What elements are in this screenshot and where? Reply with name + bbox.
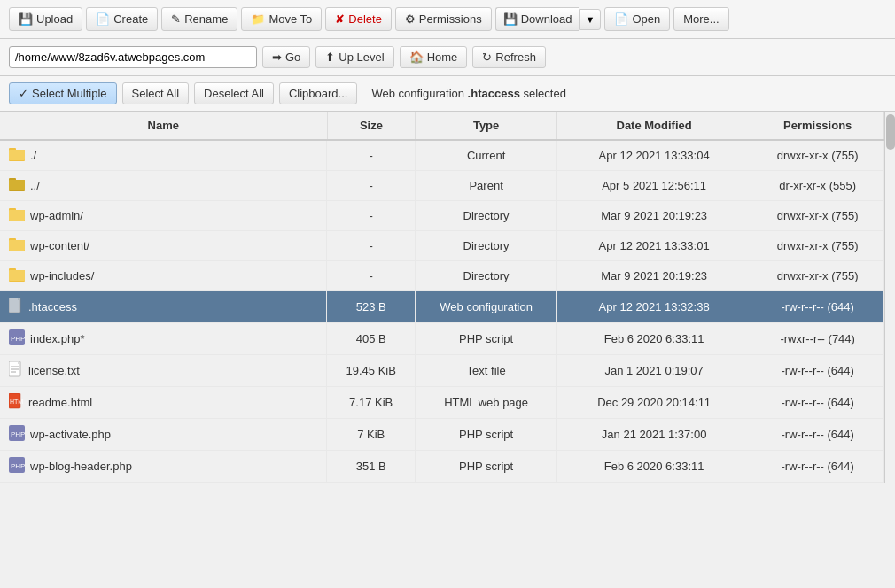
col-perms-header[interactable]: Permissions [751,112,884,140]
file-icon: HTM [9,393,23,412]
table-row[interactable]: PHP wp-blog-header.php 351 B PHP script … [0,451,884,483]
home-icon: 🏠 [409,50,424,64]
file-perms-cell: -rw-r--r-- (644) [751,451,884,483]
permissions-label: Permissions [419,12,482,26]
rename-button[interactable]: ✎ Rename [161,7,237,31]
file-type-cell: Directory [416,201,557,231]
file-perms-cell: -rw-r--r-- (644) [751,387,884,419]
file-icon [9,207,25,224]
delete-button[interactable]: ✘ Delete [325,7,392,31]
home-button[interactable]: 🏠 Home [400,46,468,68]
table-row[interactable]: ./ - Current Apr 12 2021 13:33:04 drwxr-… [0,140,884,171]
svg-text:PHP: PHP [11,462,25,470]
file-icon [9,237,25,254]
file-type-cell: Directory [416,231,557,261]
col-type-header[interactable]: Type [416,112,557,140]
file-table: Name Size Type Date Modified Permissions… [0,112,884,483]
file-date-cell: Dec 29 2020 20:14:11 [556,387,751,419]
path-input[interactable] [9,46,257,68]
file-name-cell[interactable]: wp-admin/ [0,201,327,230]
download-button[interactable]: 💾 Download [495,7,580,31]
file-type-cell: Text file [416,355,557,387]
file-name-cell[interactable]: HTM readme.html [0,387,327,418]
file-date-cell: Feb 6 2020 6:33:11 [556,451,751,483]
table-row[interactable]: .htaccess 523 B Web configuration Apr 12… [0,291,884,323]
file-table-scroll[interactable]: Name Size Type Date Modified Permissions… [0,112,884,483]
scrollbar-track[interactable] [884,112,895,483]
file-name-cell[interactable]: .htaccess [0,291,327,322]
file-name: ../ [30,179,40,192]
file-name-cell[interactable]: license.txt [0,355,327,386]
table-row[interactable]: HTM readme.html 7.17 KiB HTML web page D… [0,387,884,419]
file-name: index.php* [30,332,84,345]
select-all-button[interactable]: Select All [122,82,189,104]
file-name-cell[interactable]: PHP index.php* [0,323,327,354]
file-icon: PHP [9,329,25,348]
uplevel-button[interactable]: ⬆ Up Level [315,46,393,68]
more-button[interactable]: More... [673,7,728,31]
col-name-header[interactable]: Name [0,112,327,140]
scrollbar-thumb[interactable] [886,114,895,150]
file-name-cell[interactable]: wp-content/ [0,231,327,260]
go-button[interactable]: ➡ Go [262,46,310,68]
col-size-header[interactable]: Size [327,112,416,140]
download-label: Download [521,12,572,26]
file-name-cell[interactable]: ./ [0,141,327,170]
home-label: Home [427,50,458,64]
open-icon: 📄 [614,12,628,26]
file-size-cell: - [327,261,416,291]
file-icon [9,147,25,164]
file-table-body: ./ - Current Apr 12 2021 13:33:04 drwxr-… [0,140,884,483]
moveto-button[interactable]: 📁 Move To [241,7,322,31]
svg-rect-5 [9,180,25,190]
file-date-cell: Jan 21 2021 1:37:00 [556,419,751,451]
deselect-all-button[interactable]: Deselect All [194,82,274,104]
status-prefix: Web configuration [371,87,467,100]
file-icon: PHP [9,425,25,444]
upload-button[interactable]: 💾 Upload [9,7,82,31]
file-date-cell: Apr 12 2021 13:32:38 [556,291,751,323]
file-perms-cell: -rwxr--r-- (744) [751,323,884,355]
file-name-cell[interactable]: PHP wp-activate.php [0,419,327,450]
table-row[interactable]: wp-admin/ - Directory Mar 9 2021 20:19:2… [0,201,884,231]
toolbar: 💾 Upload 📄 Create ✎ Rename 📁 Move To ✘ D… [0,0,895,39]
table-row[interactable]: PHP index.php* 405 B PHP script Feb 6 20… [0,323,884,355]
file-name-cell[interactable]: wp-includes/ [0,261,327,290]
upload-label: Upload [36,12,73,26]
open-button[interactable]: 📄 Open [604,7,670,31]
upload-icon: 💾 [19,12,33,26]
file-icon [9,267,25,284]
download-dropdown-button[interactable]: ▼ [579,9,601,30]
file-size-cell: - [327,171,416,201]
rename-icon: ✎ [171,12,181,26]
file-date-cell: Mar 9 2021 20:19:23 [556,261,751,291]
table-row[interactable]: wp-content/ - Directory Apr 12 2021 13:3… [0,231,884,261]
file-name: .htaccess [28,300,77,313]
table-row[interactable]: wp-includes/ - Directory Mar 9 2021 20:1… [0,261,884,291]
permissions-button[interactable]: ⚙ Permissions [395,7,492,31]
table-row[interactable]: license.txt 19.45 KiB Text file Jan 1 20… [0,355,884,387]
file-name-cell[interactable]: ../ [0,171,327,200]
select-multiple-button[interactable]: ✓ Select Multiple [9,82,117,104]
file-type-cell: Current [416,140,557,171]
refresh-button[interactable]: ↻ Refresh [472,46,546,68]
col-date-header[interactable]: Date Modified [556,112,751,140]
go-icon: ➡ [272,50,282,64]
refresh-icon: ↻ [482,50,492,64]
table-row[interactable]: PHP wp-activate.php 7 KiB PHP script Jan… [0,419,884,451]
file-perms-cell: drwxr-xr-x (755) [751,140,884,171]
file-type-cell: PHP script [416,323,557,355]
file-name: readme.html [28,396,92,409]
more-label: More... [683,12,719,26]
file-size-cell: 523 B [327,291,416,323]
file-name-cell[interactable]: PHP wp-blog-header.php [0,451,327,482]
svg-text:PHP: PHP [11,335,25,343]
select-bar: ✓ Select Multiple Select All Deselect Al… [0,76,895,112]
table-header-row: Name Size Type Date Modified Permissions [0,112,884,140]
deselect-all-label: Deselect All [204,87,264,100]
table-row[interactable]: ../ - Parent Apr 5 2021 12:56:11 dr-xr-x… [0,171,884,201]
download-button-group: 💾 Download ▼ [495,7,602,31]
clipboard-button[interactable]: Clipboard... [279,82,357,104]
create-button[interactable]: 📄 Create [86,7,158,31]
svg-rect-8 [9,210,25,220]
